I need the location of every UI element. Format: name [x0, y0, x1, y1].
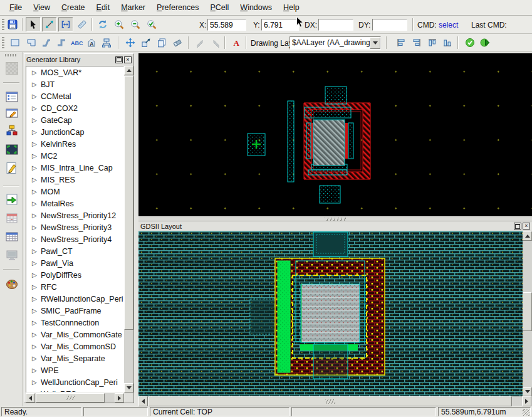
- dx-field[interactable]: [318, 19, 353, 31]
- dropdown-arrow-icon[interactable]: [370, 37, 380, 49]
- gdsii-canvas[interactable]: [138, 231, 523, 396]
- toolbar-drag-handle[interactable]: [2, 19, 4, 31]
- menu-item[interactable]: View: [28, 1, 56, 14]
- gdsii-vertical-scrollbar[interactable]: [523, 231, 532, 396]
- expander-icon[interactable]: ▷: [32, 331, 41, 338]
- menu-item[interactable]: Preferences: [151, 1, 204, 14]
- scroll-up-button[interactable]: [523, 231, 532, 241]
- measure-line-tool-button[interactable]: [42, 17, 57, 32]
- tree-item[interactable]: ▷ BJT: [26, 78, 123, 90]
- edit-cell-button[interactable]: [3, 105, 21, 122]
- menu-item[interactable]: PCell: [204, 1, 234, 14]
- calendar-button-disabled[interactable]: [3, 209, 21, 226]
- refresh-button[interactable]: [95, 17, 110, 32]
- zoom-in-button[interactable]: [112, 17, 127, 32]
- text-label-tool-button[interactable]: ABC: [69, 35, 84, 50]
- scroll-down-button[interactable]: [523, 387, 532, 396]
- expander-icon[interactable]: ▷: [32, 176, 41, 183]
- float-window-button[interactable]: [514, 223, 521, 230]
- expander-icon[interactable]: ▷: [32, 224, 41, 231]
- tree-item[interactable]: ▷ PolyDiffRes: [26, 269, 123, 281]
- tree-item[interactable]: ▷ TestConnnection: [26, 317, 123, 329]
- tree-item[interactable]: ▷ GateCap: [26, 114, 123, 126]
- expander-icon[interactable]: ▷: [32, 260, 41, 267]
- horizontal-splitter[interactable]: [138, 216, 532, 221]
- fit-view-button[interactable]: [3, 141, 21, 158]
- move-tool-button[interactable]: [123, 35, 138, 50]
- cmd-value[interactable]: select: [439, 21, 458, 29]
- expander-icon[interactable]: ▷: [32, 188, 41, 195]
- expander-icon[interactable]: ▷: [32, 93, 41, 100]
- tree-item[interactable]: ▷ MOS_VAR*: [26, 66, 123, 78]
- save-button[interactable]: [5, 17, 20, 32]
- tree-item[interactable]: ▷ MOM: [26, 186, 123, 198]
- shear-left-button-disabled[interactable]: [193, 35, 208, 50]
- tree-item[interactable]: ▷ NewStress_Priority4: [26, 233, 123, 245]
- ruler-tool-button[interactable]: [75, 17, 90, 32]
- tree-item[interactable]: ▷ Pawl_Via: [26, 257, 123, 269]
- expander-icon[interactable]: ▷: [32, 152, 41, 159]
- expander-icon[interactable]: ▷: [32, 164, 41, 171]
- path-tool-button[interactable]: [39, 35, 54, 50]
- scroll-right-button[interactable]: [522, 396, 531, 406]
- menu-item[interactable]: Edit: [91, 1, 116, 14]
- tree-item[interactable]: ▷ NewStress_Priority3: [26, 221, 123, 233]
- tree-item[interactable]: ▷ KelvinRes: [26, 138, 123, 150]
- shear-right-button-disabled[interactable]: [208, 35, 223, 50]
- scrollbar-thumb[interactable]: [523, 292, 532, 331]
- expander-icon[interactable]: ▷: [32, 307, 41, 314]
- dy-field[interactable]: [372, 19, 407, 31]
- tree-item[interactable]: ▷ MIS_Intra_Line_Cap: [26, 162, 123, 174]
- gdsii-horizontal-scrollbar[interactable]: [138, 396, 532, 406]
- expander-icon[interactable]: ▷: [32, 272, 41, 278]
- instance-tool-button[interactable]: [99, 35, 114, 50]
- scroll-left-button[interactable]: [138, 396, 148, 406]
- menu-item[interactable]: Help: [278, 1, 305, 14]
- scrollbar-thumb[interactable]: [149, 396, 512, 406]
- expander-icon[interactable]: ▷: [32, 212, 41, 219]
- tree-item[interactable]: ▷ JunctionCap: [26, 126, 123, 138]
- tree-item[interactable]: ▷ Var_Mis_CommonGate: [26, 329, 123, 340]
- table-button[interactable]: [3, 228, 21, 245]
- expander-icon[interactable]: ▷: [32, 117, 41, 124]
- tree-item[interactable]: ▷ RFC: [26, 281, 123, 293]
- tree-item[interactable]: ▷ Var_Mis_Separate: [26, 352, 123, 364]
- align-right-button[interactable]: [409, 35, 424, 50]
- scroll-down-button[interactable]: [124, 383, 133, 393]
- tree-item[interactable]: ▷ Var_Mis_CommonSD: [26, 340, 123, 352]
- tree-item[interactable]: ▷ CD_COX2: [26, 102, 123, 114]
- cell-list-button[interactable]: [3, 88, 21, 105]
- tree-item[interactable]: ▷ Well_RES: [26, 388, 123, 393]
- scrollbar-thumb[interactable]: [36, 393, 105, 403]
- expander-icon[interactable]: ▷: [32, 236, 41, 243]
- library-horizontal-scrollbar[interactable]: [26, 393, 124, 403]
- tree-item[interactable]: ▷ MC2: [26, 150, 123, 162]
- polygon-tool-button[interactable]: [24, 35, 39, 50]
- align-left-button[interactable]: [394, 35, 409, 50]
- close-window-button[interactable]: ×: [523, 223, 530, 230]
- close-window-button[interactable]: ×: [124, 56, 132, 63]
- menu-item[interactable]: Marker: [115, 1, 151, 14]
- select-tool-button[interactable]: [26, 17, 41, 32]
- tree-item[interactable]: ▷ NewStress_Priority12: [26, 209, 123, 221]
- tree-item[interactable]: ▷ MIS_RES: [26, 174, 123, 186]
- layer-palette-button[interactable]: [3, 275, 21, 292]
- tree-item[interactable]: ▷ WPE: [26, 364, 123, 376]
- wire-tool-button[interactable]: [54, 35, 69, 50]
- drawing-layer-combobox[interactable]: $AALayer (AA_drawing: [289, 36, 381, 50]
- import-button[interactable]: [3, 191, 21, 208]
- expander-icon[interactable]: ▷: [32, 140, 41, 147]
- toolbar-drag-handle[interactable]: [5, 54, 18, 56]
- expander-icon[interactable]: ▷: [32, 391, 41, 393]
- expander-icon[interactable]: ▷: [32, 379, 41, 386]
- toolbar-drag-handle[interactable]: [2, 37, 4, 49]
- menu-item[interactable]: File: [4, 1, 28, 14]
- expander-icon[interactable]: ▷: [32, 355, 41, 362]
- expander-icon[interactable]: ▷: [32, 295, 41, 302]
- layout-canvas[interactable]: [138, 53, 532, 216]
- tree-item[interactable]: ▷ CCMetal: [26, 90, 123, 102]
- zoom-out-button[interactable]: [128, 17, 143, 32]
- tree-item[interactable]: ▷ WellJunctionCap_Peri: [26, 376, 123, 388]
- float-window-button[interactable]: [115, 56, 123, 63]
- erase-tool-button[interactable]: [170, 35, 185, 50]
